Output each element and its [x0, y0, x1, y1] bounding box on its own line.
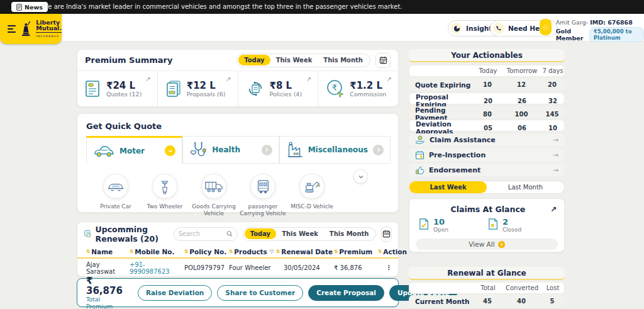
cell-mobile[interactable]: +91-9990987623: [130, 261, 184, 275]
renewal-glance-title: Renewal at Glance: [409, 267, 565, 280]
vehicle-category-row: Private Car Two Wheeler Goods Carrying V…: [91, 174, 398, 217]
car-icon: [93, 144, 114, 158]
tab-today[interactable]: Today: [245, 228, 276, 239]
quote-category-tabs: Moter Health Miscellaneous: [86, 136, 391, 164]
actionables-column-header: Today Tomorrow 7 days: [409, 65, 565, 77]
open-link-icon[interactable]: ↗: [387, 76, 392, 82]
tab-this-week[interactable]: This Week: [270, 55, 318, 65]
metric-proposals[interactable]: ₹12 LProposals (6) ↗: [158, 71, 238, 106]
goods-vehicle-icon: [201, 174, 226, 199]
actionable-row-quote-expiring[interactable]: Quote Expiring 10 12 20: [409, 79, 565, 91]
calendar-button[interactable]: [375, 53, 391, 68]
sort-icon[interactable]: ⇅: [378, 249, 382, 254]
renewal-glance-column-header: Total Converted Lost: [409, 282, 565, 294]
calendar-icon: [379, 56, 387, 64]
category-misc-d-vehicle[interactable]: MISC-D Vehicle: [287, 174, 336, 217]
tab-this-month[interactable]: This Month: [318, 55, 369, 65]
metric-quotes[interactable]: ₹24 LQuotes (12) ↗: [77, 71, 158, 106]
claims-title: Claims At Glance: [417, 205, 550, 214]
renewals-search[interactable]: [174, 227, 238, 241]
actionable-row-pending-payment[interactable]: Pending Payment 80 100 145: [409, 106, 565, 118]
sort-icon[interactable]: ⇅: [229, 249, 233, 254]
share-to-customer-button[interactable]: Share to Customer: [217, 285, 303, 301]
user-profile-chip[interactable]: ☆ Amit Garg- IMD: 676868 Gold Member ₹5,…: [540, 19, 644, 42]
open-link-icon[interactable]: ↗: [306, 76, 311, 82]
claim-assistance-link[interactable]: Claim Assistance →: [409, 133, 565, 146]
search-input[interactable]: [179, 230, 226, 237]
user-name-line: Amit Garg- IMD: 676868: [556, 19, 644, 26]
open-link-icon[interactable]: ↗: [145, 76, 150, 82]
arrow-circle-icon: [498, 241, 505, 248]
renewals-doc-refresh-icon: [84, 228, 92, 240]
column-renewal-date[interactable]: ⇅Renewal Date: [276, 248, 334, 256]
news-doc-icon: [16, 4, 22, 11]
sort-icon[interactable]: ⇅: [130, 249, 133, 254]
category-private-car[interactable]: Private Car: [91, 174, 140, 217]
two-wheeler-icon: [152, 174, 177, 199]
open-link-icon[interactable]: ↗: [226, 76, 231, 82]
premium-period-tabs: Today This Week This Month: [236, 53, 370, 67]
row-actions-menu-icon[interactable]: ⋮: [378, 264, 399, 272]
tab-miscellaneous[interactable]: Miscellaneous: [279, 136, 391, 164]
metric-commission[interactable]: ₹ ₹1.2 LCommission ↗: [318, 71, 398, 106]
phone-icon: [493, 23, 504, 34]
gold-star-icon: ☆: [540, 19, 552, 35]
dashboard-root: News We are India's market leader in com…: [0, 0, 644, 309]
open-claims-icon[interactable]: ↗: [550, 205, 557, 214]
news-label: News: [25, 4, 43, 11]
pre-inspection-link[interactable]: Pre-Inspection →: [409, 149, 565, 161]
sort-icon[interactable]: ⇅: [184, 249, 188, 254]
endorsement-link[interactable]: Endorsement →: [409, 164, 565, 176]
sort-icon[interactable]: ⇅: [334, 249, 338, 254]
svg-text:₹: ₹: [332, 83, 337, 93]
create-proposal-button[interactable]: Create Proposal: [308, 285, 384, 301]
claims-closed-stat[interactable]: 2Closed: [487, 218, 521, 233]
search-icon: [226, 230, 233, 237]
metric-policies[interactable]: ₹8 LPolicies (4) ↗: [238, 71, 319, 106]
actionable-row-proposal-expiring[interactable]: Proposal Expiring 20 26 32: [409, 93, 565, 104]
arrow-right-icon: →: [553, 152, 558, 159]
tab-today[interactable]: Today: [238, 55, 270, 65]
tab-this-month[interactable]: This Month: [324, 228, 375, 239]
passenger-vehicle-icon: [250, 174, 275, 199]
filter-icon[interactable]: ▽: [270, 249, 274, 254]
more-categories-chevron-icon[interactable]: [353, 169, 368, 184]
renewals-period-tabs: Today This Week This Month: [243, 227, 377, 241]
actionable-row-deviation-approvals[interactable]: Deviation Approvals 05 06 10: [409, 120, 565, 132]
column-action[interactable]: ⇅Action: [378, 248, 399, 256]
calendar-icon: [382, 230, 391, 238]
column-name[interactable]: ⇅Name: [86, 248, 130, 256]
raise-deviation-button[interactable]: Raise Deviation: [138, 285, 212, 301]
column-policy[interactable]: ⇅Policy No.: [184, 248, 229, 256]
stethoscope-icon: [189, 140, 207, 159]
view-all-button[interactable]: View All: [416, 239, 558, 250]
sort-icon[interactable]: ⇅: [86, 249, 90, 254]
claims-open-stat[interactable]: 10Open: [418, 218, 448, 233]
column-premium[interactable]: ⇅Premium: [334, 248, 378, 256]
membership-tier: Gold Member: [556, 28, 587, 42]
total-premium-block: ₹ 36,876 Total Premium: [86, 276, 123, 309]
pie-chart-icon: [451, 23, 462, 34]
table-row[interactable]: Ajay Saraswat +91-9990987623 POL0979797 …: [77, 259, 398, 277]
category-two-wheeler[interactable]: Two Wheeler: [140, 174, 189, 217]
toggle-last-month[interactable]: Last Month: [487, 181, 564, 193]
toggle-last-week[interactable]: Last Week: [409, 181, 487, 193]
upcoming-renewals-card: Upcomming Renewals (20) Today This Week …: [77, 222, 399, 277]
renewal-glance-row-current-month[interactable]: Current Month 45 40 5: [409, 295, 565, 307]
claims-at-glance-card: Claims At Glance ↗ 10Open 2Closed View A…: [409, 198, 565, 252]
selection-action-bar: ₹ 36,876 Total Premium Raise Deviation S…: [77, 278, 399, 307]
total-premium-label: Total Premium: [86, 296, 123, 309]
column-mobile[interactable]: ⇅Mobile No.: [130, 248, 184, 256]
misc-d-vehicle-icon: [299, 174, 325, 199]
policies-refresh-icon: [246, 79, 265, 98]
hamburger-menu-icon[interactable]: [8, 25, 16, 33]
category-goods-vehicle[interactable]: Goods Carrying Vehicle: [189, 174, 238, 217]
category-passenger-vehicle[interactable]: passenger Carrying Vehicle: [238, 174, 287, 217]
sort-icon[interactable]: ⇅: [276, 249, 280, 254]
arrow-right-icon: →: [553, 137, 558, 143]
tab-health[interactable]: Health: [182, 136, 279, 164]
column-products[interactable]: ⇅Products▽: [229, 248, 276, 256]
tab-moter[interactable]: Moter: [86, 136, 182, 164]
calendar-button[interactable]: [381, 227, 392, 242]
tab-this-week[interactable]: This Week: [276, 228, 324, 239]
